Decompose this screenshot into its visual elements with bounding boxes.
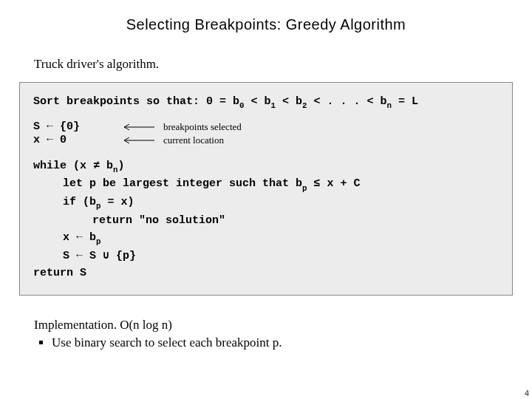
annotation-S: breakpoints selected [163,121,242,133]
left-arrow-icon: ← [76,250,83,262]
implementation-text: O(n log n) [117,318,172,332]
code-x-assign: x ← bp [63,229,499,248]
code-return-nosol: return "no solution" [92,212,499,229]
left-arrow-icon: ← [47,120,53,133]
page-number: 4 [525,389,529,398]
code-return-S: return S [33,265,499,282]
code-sort-line: Sort breakpoints so that: 0 = b0 < b1 < … [33,93,499,112]
code-while-head: while (x ≠ bn) [33,157,499,176]
code-while-block: while (x ≠ bn) let p be largest integer … [33,157,499,282]
code-let-line: let p be largest integer such that bp ≤ … [63,175,499,194]
implementation-bullets: Use binary search to select each breakpo… [34,335,498,350]
slide-title: Selecting Breakpoints: Greedy Algorithm [0,0,532,33]
annotation-x: current location [163,134,224,146]
code-init-block: S ← {0} breakpoints selected x ← 0 curre… [33,120,499,147]
implementation-section: Implementation. O(n log n) Use binary se… [0,296,532,350]
section-heading: Truck driver's algorithm. [0,33,532,72]
implementation-label: Implementation. [34,318,117,332]
code-if-head: if (bp = x) [63,194,499,212]
annotation-arrow-icon [122,137,156,144]
left-arrow-icon: ← [76,231,83,244]
algorithm-code-block: Sort breakpoints so that: 0 = b0 < b1 < … [19,82,513,296]
left-arrow-icon: ← [47,134,53,146]
code-S-assign: S ← S ∪ {p} [63,248,499,265]
bullet-item: Use binary search to select each breakpo… [52,335,498,350]
annotation-arrow-icon [122,123,156,131]
